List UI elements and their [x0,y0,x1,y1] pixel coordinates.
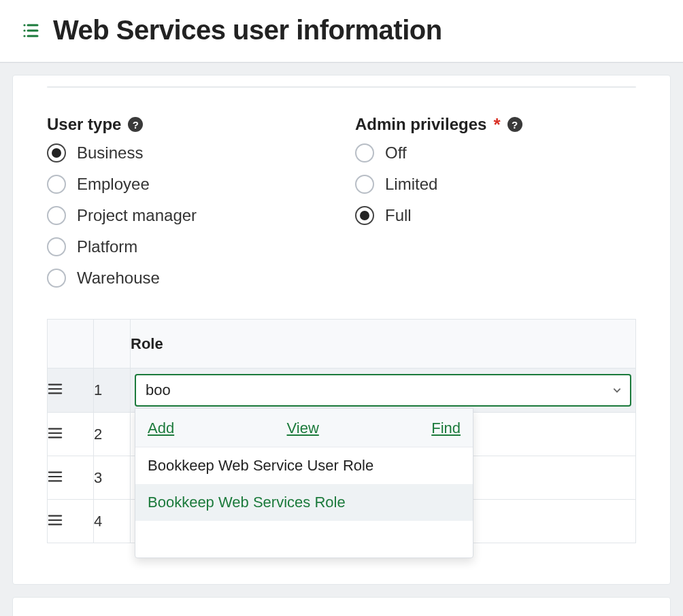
svg-point-4 [23,35,25,37]
row-number: 1 [94,369,131,413]
list-menu-icon[interactable] [22,22,39,39]
view-link[interactable]: View [287,420,319,437]
dropdown-item[interactable]: Bookkeep Web Services Role [135,484,473,521]
radio-admin-limited[interactable]: Limited [355,175,636,194]
dropdown-empty-space [135,521,473,558]
page-title: Web Services user information [53,15,442,46]
row-number: 3 [94,456,131,500]
radio-user-type-platform[interactable]: Platform [47,237,328,256]
column-header-drag [48,320,94,369]
drag-handle[interactable] [48,500,94,543]
role-input[interactable] [144,381,612,400]
radio-indicator [47,175,66,194]
drag-icon [48,426,63,438]
radio-label: Off [385,143,407,162]
role-cell[interactable]: Add View Find Bookkeep Web Service User … [131,369,636,413]
next-card-peek [12,597,671,616]
svg-point-0 [23,24,25,26]
drag-icon [48,469,63,481]
radio-admin-full[interactable]: Full [355,206,636,225]
required-asterisk: * [493,116,500,133]
radio-indicator [355,206,374,225]
radio-indicator [47,269,66,288]
column-header-role: Role [131,320,636,369]
radio-label: Warehouse [77,269,160,288]
admin-privileges-label: Admin privileges * ? [355,115,636,134]
dropdown-item[interactable]: Bookkeep Web Service User Role [135,447,473,484]
page-header: Web Services user information [0,0,683,63]
admin-privileges-label-text: Admin privileges [355,115,486,134]
radio-user-type-warehouse[interactable]: Warehouse [47,269,328,288]
find-link[interactable]: Find [431,420,461,437]
dropdown-action-bar: Add View Find [135,409,473,447]
radio-admin-off[interactable]: Off [355,143,636,162]
radio-user-type-project-manager[interactable]: Project manager [47,206,328,225]
radio-label: Limited [385,175,437,194]
radio-label: Business [77,143,143,162]
chevron-down-icon[interactable] [612,381,622,399]
radio-indicator [47,206,66,225]
radio-label: Project manager [77,206,197,225]
radio-indicator [47,237,66,256]
svg-point-2 [23,29,25,31]
user-type-group: User type ? Business Employee Project ma… [47,115,328,288]
user-type-label-text: User type [47,115,121,134]
drag-icon [48,513,63,525]
radio-user-type-business[interactable]: Business [47,143,328,162]
table-row[interactable]: 1 Add [48,369,636,413]
row-number: 2 [94,413,131,456]
radio-indicator [355,143,374,162]
drag-handle[interactable] [48,413,94,456]
row-number: 4 [94,500,131,543]
radio-indicator [355,175,374,194]
help-icon[interactable]: ? [128,117,143,132]
column-header-number [94,320,131,369]
admin-privileges-group: Admin privileges * ? Off Limited Full [355,115,636,288]
roles-table: Role 1 [47,319,636,543]
help-icon[interactable]: ? [507,117,522,132]
radio-indicator [47,143,66,162]
drag-handle[interactable] [48,369,94,413]
radio-user-type-employee[interactable]: Employee [47,175,328,194]
role-dropdown: Add View Find Bookkeep Web Service User … [135,408,473,558]
drag-icon [48,381,63,394]
drag-handle[interactable] [48,456,94,500]
divider [47,86,636,88]
radio-label: Full [385,206,412,225]
radio-label: Platform [77,237,137,256]
user-type-label: User type ? [47,115,328,134]
user-info-card: User type ? Business Employee Project ma… [12,75,671,585]
role-combobox[interactable] [135,374,631,407]
add-link[interactable]: Add [148,420,174,437]
radio-label: Employee [77,175,150,194]
